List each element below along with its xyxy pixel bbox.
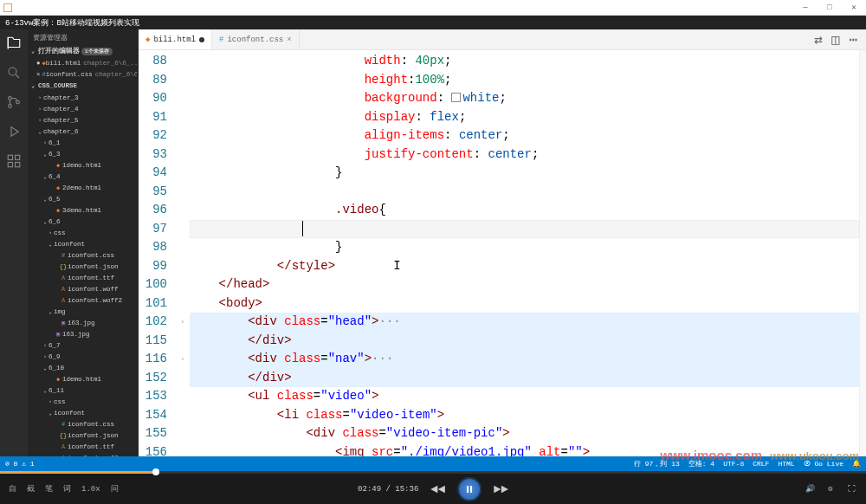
next-button[interactable]: ►► — [494, 482, 508, 496]
minimap[interactable] — [859, 50, 866, 456]
language-status[interactable]: HTML — [778, 459, 794, 468]
volume-icon[interactable]: 🔊 — [804, 483, 816, 495]
encoding-status[interactable]: UTF-8 — [723, 459, 744, 468]
file-163.jpg[interactable]: ▣163.jpg — [29, 328, 137, 339]
unsaved-badge: 1个未保存 — [81, 48, 113, 55]
folder-6_7[interactable]: ›6_7 — [29, 339, 137, 351]
code-line-91[interactable]: display: flex; — [190, 108, 859, 127]
code-line-101[interactable]: <body> — [190, 294, 859, 313]
folder-chapter_4[interactable]: ›chapter_4 — [29, 103, 137, 114]
fold-column[interactable]: ›› — [178, 50, 188, 456]
search-icon[interactable] — [5, 64, 23, 81]
folder-6_5[interactable]: ⌄6_5 — [29, 193, 137, 204]
code-line-99[interactable]: </style> I — [190, 257, 859, 276]
folder-chapter_6[interactable]: ⌄chapter_6 — [29, 126, 137, 137]
compare-icon[interactable]: ⇄ — [812, 34, 824, 46]
file-iconfont.css[interactable]: #iconfont.css — [29, 418, 137, 430]
cursor-position[interactable]: 行 97，列 13 — [634, 459, 680, 468]
player-opt-auto[interactable]: 自 — [9, 483, 16, 494]
window-maximize-button[interactable]: □ — [818, 0, 842, 16]
tab-iconfont.css[interactable]: #iconfont.css× — [212, 29, 300, 49]
player-opt-screenshot[interactable]: 截 — [27, 483, 35, 494]
folder-6_9[interactable]: ›6_9 — [29, 351, 137, 362]
code-line-116[interactable]: <div class="nav">··· — [190, 350, 859, 369]
code-line-153[interactable]: <ul class="video"> — [190, 387, 859, 406]
window-minimize-button[interactable]: — — [793, 0, 818, 16]
code-line-88[interactable]: width: 40px; — [190, 52, 859, 71]
folder-6_3[interactable]: ⌄6_3 — [29, 148, 137, 159]
code-line-94[interactable]: } — [190, 164, 859, 183]
code-line-93[interactable]: justify-content: center; — [190, 145, 859, 165]
project-section[interactable]: ⌄CSS_COURSE — [29, 80, 137, 92]
go-live-button[interactable]: ⦿ Go Live — [804, 459, 843, 468]
player-opt-speed[interactable]: 1.0x — [81, 485, 100, 494]
folder-6_11[interactable]: ⌄6_11 — [29, 384, 137, 396]
open-editors-section[interactable]: ⌄打开的编辑器 1个未保存 — [29, 45, 137, 57]
folder-6_1[interactable]: ›6_1 — [29, 137, 137, 148]
problems-status[interactable]: ⊘ 0 ⚠ 1 — [5, 460, 35, 468]
player-opt-ask[interactable]: 问 — [111, 483, 119, 494]
open-file-iconfont.css[interactable]: ×#iconfont.csschapter_6\6_1... — [29, 68, 137, 80]
file-iconfont.css[interactable]: #iconfont.css — [29, 249, 137, 261]
prev-button[interactable]: ◄◄ — [430, 482, 445, 496]
file-iconfont.woff[interactable]: Aiconfont.woff — [29, 452, 137, 456]
folder-css[interactable]: ›css — [29, 227, 137, 238]
progress-bar[interactable] — [0, 471, 866, 474]
code-line-96[interactable]: .video{ — [190, 201, 859, 220]
code-line-92[interactable]: align-items: center; — [190, 126, 859, 145]
code-line-152[interactable]: </div> — [190, 369, 859, 388]
progress-knob[interactable] — [152, 468, 159, 475]
folder-iconfont[interactable]: ⌄iconfont — [29, 407, 137, 418]
file-1demo.html[interactable]: ◆1demo.html — [29, 373, 137, 384]
code-line-100[interactable]: </head> — [190, 275, 859, 294]
code-line-156[interactable]: <img src="./img/video1.jpg" alt=""> — [190, 443, 859, 457]
play-pause-button[interactable] — [457, 477, 481, 501]
code-line-90[interactable]: background: white; — [190, 89, 859, 108]
file-163.jpg[interactable]: ▣163.jpg — [29, 317, 137, 328]
folder-css[interactable]: ›css — [29, 396, 137, 407]
file-iconfont.woff[interactable]: Aiconfont.woff — [29, 283, 137, 294]
file-iconfont.ttf[interactable]: Aiconfont.ttf — [29, 272, 137, 283]
folder-6_6[interactable]: ⌄6_6 — [29, 216, 137, 227]
explorer-icon[interactable] — [5, 35, 23, 52]
file-iconfont.json[interactable]: {}iconfont.json — [29, 261, 137, 272]
code-line-155[interactable]: <div class="video-item-pic"> — [190, 424, 859, 443]
folder-iconfont[interactable]: ⌄iconfont — [29, 238, 137, 249]
code-line-102[interactable]: <div class="head">··· — [190, 313, 859, 332]
more-actions-icon[interactable]: ⋯ — [847, 34, 859, 46]
eol-status[interactable]: CRLF — [753, 459, 769, 468]
code-line-115[interactable]: </div> — [190, 332, 859, 351]
code-editor[interactable]: 8889909192939495969798991001011021151161… — [139, 50, 866, 456]
code-line-154[interactable]: <li class="video-item"> — [190, 406, 859, 425]
indent-status[interactable]: 空格: 4 — [688, 459, 714, 468]
svg-rect-6 — [8, 163, 12, 167]
file-1demo.html[interactable]: ◆1demo.html — [29, 159, 137, 171]
tab-bili.html[interactable]: ◆bili.html — [139, 29, 212, 49]
extensions-icon[interactable] — [5, 152, 23, 170]
file-3demo.html[interactable]: ◆3demo.html — [29, 204, 137, 216]
code-line-95[interactable] — [190, 183, 859, 202]
source-control-icon[interactable] — [5, 94, 23, 111]
code-line-97[interactable] — [190, 220, 859, 239]
notifications-icon[interactable]: 🔔 — [852, 459, 861, 468]
fullscreen-icon[interactable]: ⛶ — [845, 483, 857, 495]
settings-icon[interactable]: ⚙ — [824, 483, 837, 495]
split-editor-icon[interactable]: ◫ — [830, 34, 842, 46]
folder-img[interactable]: ⌄img — [29, 306, 137, 317]
player-opt-note[interactable]: 笔 — [45, 483, 53, 494]
file-iconfont.json[interactable]: {}iconfont.json — [29, 430, 137, 441]
progress-fill — [0, 471, 156, 474]
window-close-button[interactable]: ✕ — [842, 0, 866, 16]
debug-icon[interactable] — [5, 123, 23, 140]
code-line-89[interactable]: height:100%; — [190, 71, 859, 90]
open-file-bili.html[interactable]: ●◆bili.htmlchapter_6\6_... — [29, 57, 137, 68]
folder-6_4[interactable]: ⌄6_4 — [29, 171, 137, 182]
code-line-98[interactable]: } — [190, 238, 859, 257]
folder-chapter_5[interactable]: ›chapter_5 — [29, 114, 137, 126]
folder-chapter_3[interactable]: ›chapter_3 — [29, 92, 137, 103]
folder-6_10[interactable]: ⌄6_10 — [29, 362, 137, 373]
player-opt-subtitle[interactable]: 词 — [63, 483, 71, 494]
file-iconfont.woff2[interactable]: Aiconfont.woff2 — [29, 294, 137, 306]
file-2demo.html[interactable]: ◆2demo.html — [29, 182, 137, 193]
file-iconfont.ttf[interactable]: Aiconfont.ttf — [29, 441, 137, 452]
